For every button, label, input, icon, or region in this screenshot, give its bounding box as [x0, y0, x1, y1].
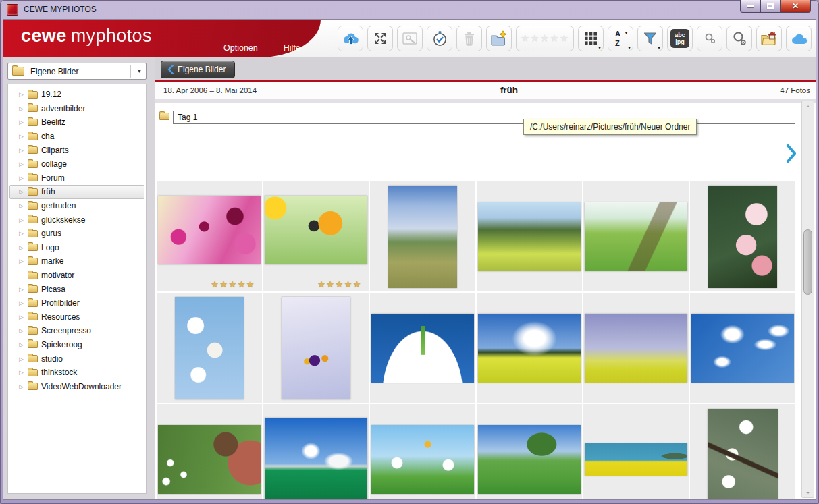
timeline-button[interactable] — [427, 26, 452, 51]
photo-thumbnail[interactable] — [478, 314, 581, 383]
expander-icon[interactable]: ▷ — [18, 147, 24, 154]
sidebar-folder-Forum[interactable]: ▷Forum — [9, 171, 144, 186]
expander-icon[interactable]: ▷ — [18, 217, 24, 223]
expander-icon[interactable]: ▷ — [18, 202, 24, 209]
sidebar-folder-thinkstock[interactable]: ▷thinkstock — [9, 366, 144, 380]
sidebar-folder-gurus[interactable]: ▷gurus — [9, 227, 144, 241]
upload-button[interactable] — [338, 26, 363, 51]
fullscreen-button[interactable] — [367, 26, 393, 51]
chevron-down-icon[interactable]: ▼ — [130, 65, 144, 78]
minimize-button[interactable] — [740, 0, 761, 13]
sidebar-folder-Profilbilder[interactable]: ▷Profilbilder — [9, 296, 144, 310]
sidebar-folder-Picasa[interactable]: ▷Picasa — [9, 282, 144, 296]
expander-icon[interactable]: ▷ — [18, 188, 24, 195]
chevron-right-icon[interactable] — [786, 144, 797, 163]
expander-icon[interactable]: ▷ — [18, 356, 24, 362]
titlebar[interactable]: CEWE MYPHOTOS ✕ — [0, 0, 819, 19]
filter-button[interactable]: ▾ — [637, 26, 663, 51]
photo-thumbnail[interactable] — [371, 314, 474, 383]
photo-thumbnail[interactable] — [585, 202, 687, 271]
folder-icon — [28, 202, 38, 210]
expander-icon[interactable]: ▷ — [18, 314, 24, 320]
photo-thumbnail[interactable] — [585, 443, 687, 476]
collection-selector[interactable]: Eigene Bilder ▼ — [7, 63, 147, 80]
expander-icon[interactable]: ▷ — [18, 244, 24, 251]
photo-thumbnail[interactable] — [371, 425, 474, 494]
sidebar-folder-Cliparts[interactable]: ▷Cliparts — [9, 143, 144, 157]
sidebar-folder-Logo[interactable]: ▷Logo — [9, 241, 144, 255]
expander-icon[interactable]: ▷ — [18, 119, 24, 125]
expander-icon[interactable]: ▷ — [18, 286, 24, 293]
expander-icon[interactable]: ▷ — [18, 300, 24, 306]
expander-icon[interactable]: ▷ — [18, 175, 24, 181]
scrollbar-thumb[interactable] — [803, 229, 812, 295]
folder-icon — [28, 188, 38, 196]
scroll-down-icon[interactable]: ▼ — [802, 491, 814, 495]
folder-icon — [12, 67, 24, 76]
sidebar-folder-cha[interactable]: ▷cha — [9, 130, 144, 144]
photo-thumbnail[interactable] — [175, 297, 244, 399]
expander-icon[interactable]: ▷ — [18, 341, 24, 348]
photo-thumbnail[interactable] — [265, 196, 367, 264]
expander-icon[interactable]: ▷ — [18, 105, 24, 112]
view-grid-button[interactable]: ▾ — [578, 26, 604, 51]
sidebar-folder-VideoWebDownloader[interactable]: ▷VideoWebDownloader — [9, 379, 144, 393]
cloud-button[interactable] — [786, 26, 812, 51]
photo-thumbnail[interactable] — [691, 314, 794, 383]
menu-optionen[interactable]: Optionen — [223, 43, 258, 53]
sidebar-folder-Spiekeroog[interactable]: ▷Spiekeroog — [9, 338, 144, 352]
sidebar-folder-Beelitz[interactable]: ▷Beelitz — [9, 115, 144, 130]
expander-icon[interactable]: ▷ — [18, 369, 24, 376]
expander-icon[interactable]: ▷ — [18, 258, 24, 264]
photo-thumbnail[interactable] — [158, 196, 261, 264]
menu-hilfe[interactable]: Hilfe — [284, 43, 300, 53]
sidebar-folder-19.12[interactable]: ▷19.12 — [9, 88, 144, 102]
photo-rating-stars[interactable]: ★★★★★ — [211, 279, 255, 289]
scroll-up-icon[interactable]: ▲ — [802, 103, 814, 108]
sidebar-folder-adventbilder[interactable]: ▷adventbilder — [9, 102, 144, 116]
new-folder-button[interactable] — [486, 26, 512, 51]
folder-icon — [28, 355, 38, 362]
sidebar-folder-gertruden[interactable]: ▷gertruden — [9, 199, 144, 213]
maximize-button[interactable] — [761, 0, 781, 13]
close-button[interactable]: ✕ — [781, 0, 811, 13]
zoom-large-button[interactable] — [726, 26, 752, 51]
sidebar-folder-früh[interactable]: ▷früh — [9, 185, 144, 199]
zoom-small-button[interactable] — [697, 26, 722, 51]
photo-thumbnail[interactable] — [478, 202, 581, 271]
sidebar-folder-motivator[interactable]: motivator — [9, 269, 144, 283]
photo-thumbnail[interactable] — [282, 297, 350, 399]
sidebar-folder-studio[interactable]: ▷studio — [9, 352, 144, 366]
photo-thumbnail[interactable] — [388, 186, 457, 288]
sidebar-folder-Screenpresso[interactable]: ▷Screenpresso — [9, 324, 144, 338]
sort-button[interactable]: A▾Z▾ — [608, 26, 633, 51]
back-button[interactable]: Eigene Bilder — [161, 61, 235, 78]
vertical-scrollbar[interactable]: ▲ ▼ — [801, 101, 814, 498]
photo-thumbnail[interactable] — [265, 418, 367, 500]
photo-thumbnail[interactable] — [708, 186, 777, 288]
open-folder-button[interactable] — [756, 26, 782, 51]
rename-button[interactable]: abcjpg — [667, 26, 693, 51]
expander-icon[interactable]: ▷ — [18, 327, 24, 334]
minimize-icon — [747, 5, 754, 7]
menubar: Optionen Hilfe — [223, 43, 300, 53]
sidebar-folder-Resources[interactable]: ▷Resources — [9, 310, 144, 325]
photo-thumbnail[interactable] — [478, 425, 581, 494]
sidebar-folder-collage[interactable]: ▷collage — [9, 157, 144, 171]
expander-icon[interactable]: ▷ — [18, 133, 24, 140]
expander-icon[interactable]: ▷ — [18, 161, 24, 167]
expander-icon[interactable]: ▷ — [18, 91, 24, 98]
new-folder-name-input[interactable]: Tag 1 — [173, 111, 795, 124]
cloud-upload-icon — [342, 31, 360, 47]
photo-thumbnail[interactable] — [585, 314, 687, 383]
photo-cell: ★★★★★ — [157, 181, 262, 291]
photo-thumbnail[interactable] — [158, 425, 261, 494]
photo-rating-stars[interactable]: ★★★★★ — [317, 279, 362, 289]
photo-thumbnail[interactable] — [708, 409, 778, 500]
sidebar-folder-marke[interactable]: ▷marke — [9, 254, 144, 269]
expander-icon[interactable]: ▷ — [18, 230, 24, 237]
photo-count: 47 Fotos — [780, 86, 810, 94]
expander-icon[interactable]: ▷ — [18, 383, 24, 390]
photo-cell — [583, 404, 689, 499]
sidebar-folder-glückskekse[interactable]: ▷glückskekse — [9, 213, 144, 227]
